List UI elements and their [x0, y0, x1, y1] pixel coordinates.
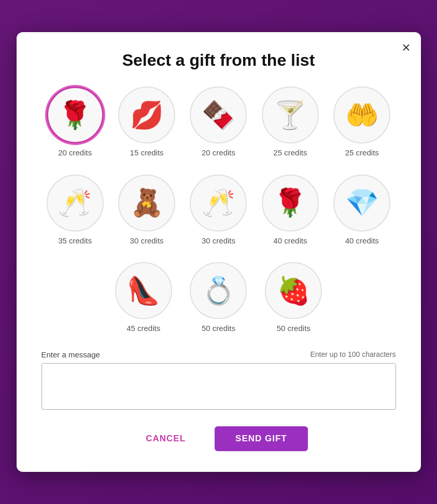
message-header: Enter a message Enter up to 100 characte… — [41, 350, 396, 359]
gift-label-cocktail: 25 credits — [273, 148, 307, 158]
gift-label-heels: 45 credits — [126, 323, 160, 334]
send-gift-button[interactable]: SEND GIFT — [215, 426, 308, 451]
message-textarea[interactable] — [41, 363, 396, 410]
message-hint: Enter up to 100 characters — [311, 350, 396, 358]
gift-label-chocolates: 20 credits — [202, 148, 235, 158]
gift-circle-champagne-glasses: 🥂 — [190, 175, 247, 232]
message-label: Enter a message — [41, 350, 100, 359]
gift-circle-heels: 👠 — [115, 262, 172, 319]
gift-item-strawberry[interactable]: 🍓50 credits — [258, 262, 329, 334]
gift-item-cocktail[interactable]: 🍸25 credits — [257, 87, 324, 158]
cancel-button[interactable]: CANCEL — [129, 426, 202, 451]
gift-label-massage: 25 credits — [345, 148, 379, 158]
gift-item-rose[interactable]: 🌹20 credits — [41, 87, 109, 158]
gift-circle-red-roses: 🌹 — [262, 175, 319, 232]
gift-item-chocolates[interactable]: 🍫20 credits — [185, 87, 252, 158]
gift-label-rose: 20 credits — [58, 148, 92, 158]
gift-circle-strawberry: 🍓 — [265, 262, 322, 319]
gift-circle-bracelet: 💎 — [333, 175, 390, 232]
gift-select-modal: × Select a gift from the list 🌹20 credit… — [17, 32, 421, 472]
gift-item-lips[interactable]: 💋15 credits — [113, 87, 180, 158]
modal-title: Select a gift from the list — [41, 51, 396, 70]
gift-item-red-roses[interactable]: 🌹40 credits — [257, 175, 324, 246]
gift-label-strawberry: 50 credits — [277, 323, 311, 334]
gift-item-bracelet[interactable]: 💎40 credits — [328, 175, 396, 246]
gift-circle-teddy-bear: 🧸 — [118, 175, 175, 232]
gift-item-ring[interactable]: 💍50 credits — [183, 262, 254, 334]
gift-label-red-roses: 40 credits — [273, 236, 307, 246]
gift-label-lips: 15 credits — [130, 148, 164, 158]
gift-item-massage[interactable]: 🤲25 credits — [328, 87, 396, 158]
close-button[interactable]: × — [402, 40, 410, 55]
gift-circle-chocolates: 🍫 — [190, 87, 247, 143]
message-section: Enter a message Enter up to 100 characte… — [41, 350, 396, 412]
gift-item-teddy-bear[interactable]: 🧸30 credits — [113, 175, 180, 246]
gifts-row3: 👠45 credits💍50 credits🍓50 credits — [41, 262, 396, 334]
gift-label-teddy-bear: 30 credits — [130, 236, 164, 246]
gift-circle-ring: 💍 — [190, 262, 247, 319]
gift-circle-cocktail: 🍸 — [262, 87, 319, 143]
gift-label-ring: 50 credits — [202, 323, 235, 334]
gift-circle-champagne-gifts: 🥂 — [47, 175, 104, 232]
gift-label-bracelet: 40 credits — [345, 236, 379, 246]
gift-item-champagne-glasses[interactable]: 🥂30 credits — [185, 175, 252, 246]
gift-label-champagne-gifts: 35 credits — [58, 236, 92, 246]
gift-item-champagne-gifts[interactable]: 🥂35 credits — [41, 175, 109, 246]
gift-circle-rose: 🌹 — [47, 87, 104, 143]
footer-buttons: CANCEL SEND GIFT — [41, 426, 396, 451]
gift-item-heels[interactable]: 👠45 credits — [108, 262, 179, 334]
gift-circle-lips: 💋 — [118, 87, 175, 143]
gift-circle-massage: 🤲 — [333, 87, 390, 143]
gifts-row2: 🥂35 credits🧸30 credits🥂30 credits🌹40 cre… — [41, 175, 396, 246]
gift-label-champagne-glasses: 30 credits — [202, 236, 235, 246]
gifts-row1: 🌹20 credits💋15 credits🍫20 credits🍸25 cre… — [41, 87, 396, 158]
